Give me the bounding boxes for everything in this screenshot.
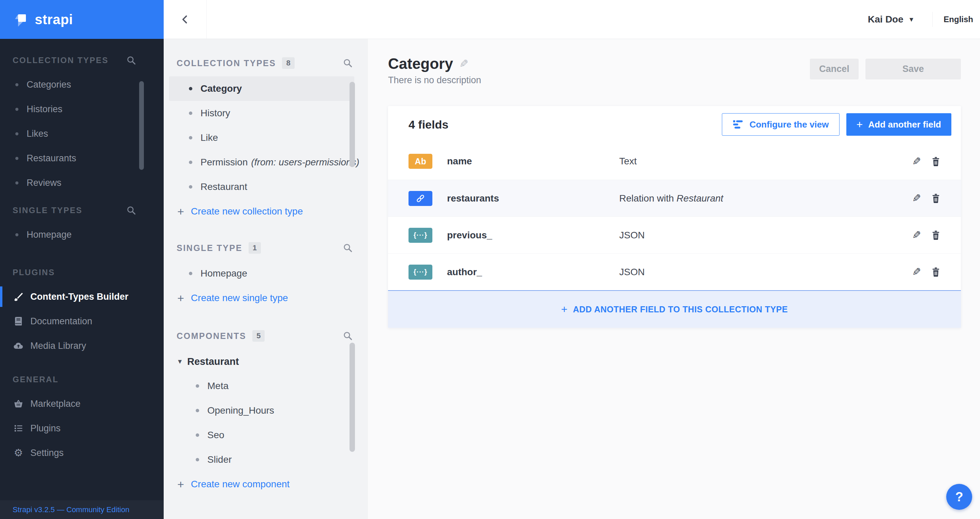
question-mark-icon: ? xyxy=(955,490,963,504)
panel-item-like[interactable]: Like xyxy=(164,126,367,150)
delete-field-trash-icon[interactable] xyxy=(931,230,940,240)
panel-item-permission[interactable]: Permission(from: users-permissions) xyxy=(164,150,367,175)
edit-field-pencil-icon[interactable]: ✎ xyxy=(912,230,921,240)
configure-view-button[interactable]: Configure the view xyxy=(722,113,840,136)
sidebar-item-restaurants[interactable]: Restaurants xyxy=(13,146,164,170)
save-button[interactable]: Save xyxy=(865,59,961,80)
field-name: previous_ xyxy=(447,230,619,241)
help-button[interactable]: ? xyxy=(946,484,972,510)
edit-field-pencil-icon[interactable]: ✎ xyxy=(912,193,921,204)
field-type: JSON xyxy=(619,267,645,277)
panel-item-homepage[interactable]: Homepage xyxy=(164,261,367,286)
active-indicator xyxy=(0,287,2,307)
strapi-admin-app: strapi COLLECTION TYPES Categories Histo… xyxy=(0,0,980,519)
main-content: Category ✎ There is no description Cance… xyxy=(368,39,980,519)
sidebar-item-reviews[interactable]: Reviews xyxy=(13,170,164,195)
bullet-icon xyxy=(189,161,192,164)
strapi-logo-icon xyxy=(14,11,29,27)
panel-item-restaurant[interactable]: Restaurant xyxy=(164,175,367,199)
sidebar-item-plugins[interactable]: Plugins xyxy=(13,416,164,441)
panel-item-meta[interactable]: Meta xyxy=(164,374,367,398)
edit-field-pencil-icon[interactable]: ✎ xyxy=(912,156,921,167)
field-type: Relation with Restaurant xyxy=(619,193,723,204)
panel-item-seo[interactable]: Seo xyxy=(164,423,367,447)
sidebar-item-settings[interactable]: ⚙ Settings xyxy=(13,441,164,465)
field-row-name[interactable]: Ab name Text ✎ xyxy=(388,143,961,180)
panel-item-label: Like xyxy=(200,132,218,143)
sidebar-item-documentation[interactable]: Documentation xyxy=(13,309,164,333)
content-row: COLLECTION TYPES 8 Category History Like… xyxy=(164,39,980,519)
panel-item-slider[interactable]: Slider xyxy=(164,447,367,472)
create-new-collection-type-link[interactable]: +Create new collection type xyxy=(164,199,367,224)
field-row-restaurants[interactable]: restaurants Relation with Restaurant ✎ xyxy=(388,180,961,217)
caret-down-icon: ▾ xyxy=(178,357,182,366)
bullet-icon xyxy=(15,132,18,135)
search-icon[interactable] xyxy=(126,205,137,215)
sidebar-section-general: GENERAL Marketplace Plugins ⚙ Settings xyxy=(0,358,164,465)
bullet-icon xyxy=(15,108,18,111)
sidebar-item-label: Marketplace xyxy=(30,399,81,409)
layout-config-icon xyxy=(732,119,744,130)
sidebar-item-label: Content-Types Builder xyxy=(30,291,129,302)
language-selector[interactable]: English xyxy=(932,12,973,27)
search-icon[interactable] xyxy=(343,243,353,253)
add-field-label: Add another field xyxy=(868,119,941,130)
component-category-restaurant[interactable]: ▾ Restaurant xyxy=(164,349,367,374)
json-field-badge: {···} xyxy=(409,228,433,243)
delete-field-trash-icon[interactable] xyxy=(931,193,940,204)
search-icon[interactable] xyxy=(343,58,353,68)
sidebar-item-marketplace[interactable]: Marketplace xyxy=(13,392,164,416)
field-name: name xyxy=(447,156,619,167)
field-row-author[interactable]: {···} author_ JSON ✎ xyxy=(388,253,961,290)
panel-item-opening-hours[interactable]: Opening_Hours xyxy=(164,398,367,423)
right-column: Kai Doe ▾ English COLLECTION TYPES 8 xyxy=(164,0,980,519)
panel-scrollbar[interactable] xyxy=(350,343,355,452)
add-field-band-label: ADD ANOTHER FIELD TO THIS COLLECTION TYP… xyxy=(573,304,788,314)
plus-icon: + xyxy=(177,292,184,304)
bullet-icon xyxy=(15,83,18,86)
create-new-single-type-link[interactable]: +Create new single type xyxy=(164,286,367,310)
panel-item-label: History xyxy=(200,108,230,119)
bullet-icon xyxy=(189,111,192,115)
delete-field-trash-icon[interactable] xyxy=(931,267,940,277)
strapi-version-link[interactable]: Strapi v3.2.5 — Community Edition xyxy=(13,505,129,514)
delete-field-trash-icon[interactable] xyxy=(931,156,940,167)
chevron-left-icon xyxy=(179,14,191,25)
sidebar-item-content-types-builder[interactable]: Content-Types Builder xyxy=(13,284,164,309)
create-new-component-link[interactable]: +Create new component xyxy=(164,472,367,497)
edit-field-pencil-icon[interactable]: ✎ xyxy=(912,267,921,277)
sidebar-item-categories[interactable]: Categories xyxy=(13,72,164,97)
sidebar-item-likes[interactable]: Likes xyxy=(13,121,164,146)
sidebar-footer: Strapi v3.2.5 — Community Edition xyxy=(0,500,164,519)
add-field-band-button[interactable]: + ADD ANOTHER FIELD TO THIS COLLECTION T… xyxy=(388,290,961,328)
bullet-icon xyxy=(196,458,199,462)
cancel-button[interactable]: Cancel xyxy=(810,59,859,80)
sidebar-item-media-library[interactable]: Media Library xyxy=(13,333,164,358)
sidebar-item-label: Settings xyxy=(30,448,64,458)
text-field-badge: Ab xyxy=(409,154,433,169)
logo-bar[interactable]: strapi xyxy=(0,0,164,39)
bullet-icon xyxy=(189,272,192,275)
sidebar-item-histories[interactable]: Histories xyxy=(13,97,164,121)
relation-target: Restaurant xyxy=(676,193,723,204)
bullet-icon xyxy=(15,233,18,236)
panel-item-history[interactable]: History xyxy=(164,101,367,126)
user-menu[interactable]: Kai Doe ▾ xyxy=(868,14,913,25)
back-button[interactable] xyxy=(164,0,207,38)
gear-icon: ⚙ xyxy=(13,448,24,458)
edit-title-pencil-icon[interactable]: ✎ xyxy=(459,57,469,70)
sidebar-item-homepage[interactable]: Homepage xyxy=(13,222,164,247)
panel-heading-single-type: SINGLE TYPE xyxy=(177,243,242,253)
add-another-field-button[interactable]: + Add another field xyxy=(846,113,951,136)
panel-scrollbar[interactable] xyxy=(350,82,355,167)
panel-item-label: Meta xyxy=(207,380,229,392)
panel-item-label: Seo xyxy=(207,430,224,441)
search-icon[interactable] xyxy=(126,55,137,65)
topbar: Kai Doe ▾ English xyxy=(164,0,980,39)
panel-group-single-type: SINGLE TYPE 1 Homepage +Create new singl… xyxy=(164,243,367,310)
field-row-previous[interactable]: {···} previous_ JSON ✎ xyxy=(388,217,961,253)
panel-item-category[interactable]: Category xyxy=(169,76,354,101)
search-icon[interactable] xyxy=(343,331,353,341)
list-icon xyxy=(13,423,24,433)
field-name: restaurants xyxy=(447,193,619,204)
